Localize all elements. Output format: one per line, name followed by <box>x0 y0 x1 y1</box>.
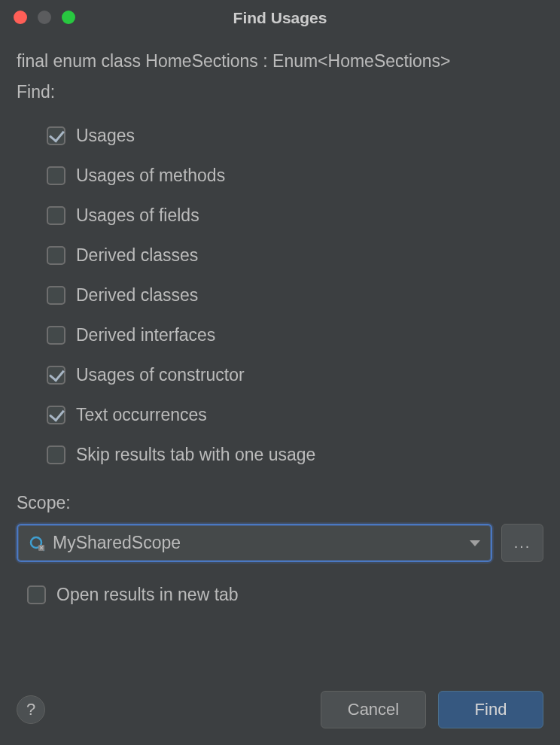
find-usages-dialog: Find Usages final enum class HomeSection… <box>0 0 560 745</box>
open-new-tab-checkbox[interactable] <box>27 585 46 604</box>
find-button[interactable]: Find <box>438 691 543 728</box>
option-row[interactable]: Derived interfaces <box>47 315 543 355</box>
option-checkbox[interactable] <box>47 366 65 385</box>
options-list: UsagesUsages of methodsUsages of fieldsD… <box>47 116 543 475</box>
scope-dropdown[interactable]: MySharedScope <box>17 524 492 562</box>
option-checkbox[interactable] <box>47 445 65 464</box>
window-controls <box>14 11 75 24</box>
scope-label: Scope: <box>17 493 543 513</box>
close-window-button[interactable] <box>14 11 27 24</box>
option-checkbox[interactable] <box>47 206 65 225</box>
option-label: Derived interfaces <box>76 325 215 345</box>
scope-selected-value: MySharedScope <box>53 533 462 553</box>
dialog-footer: ? Cancel Find <box>0 677 560 745</box>
option-row[interactable]: Usages <box>47 116 543 156</box>
option-checkbox[interactable] <box>47 246 65 265</box>
option-label: Usages of fields <box>76 205 199 226</box>
option-label: Usages <box>76 126 135 146</box>
option-row[interactable]: Derived classes <box>47 275 543 315</box>
option-label: Usages of constructor <box>76 365 245 385</box>
open-new-tab-label: Open results in new tab <box>56 585 239 605</box>
dialog-title: Find Usages <box>233 9 327 27</box>
option-checkbox[interactable] <box>47 406 65 424</box>
chevron-down-icon <box>470 540 480 546</box>
option-checkbox[interactable] <box>47 166 65 185</box>
open-new-tab-row[interactable]: Open results in new tab <box>27 585 543 605</box>
scope-row: MySharedScope ... <box>17 524 543 562</box>
option-row[interactable]: Derived classes <box>47 236 543 275</box>
option-label: Text occurrences <box>76 405 207 425</box>
scope-section: Scope: MySharedScope ... <box>17 493 543 562</box>
minimize-window-button[interactable] <box>38 11 51 24</box>
option-row[interactable]: Usages of methods <box>47 156 543 196</box>
option-checkbox[interactable] <box>47 326 65 345</box>
option-checkbox[interactable] <box>47 286 65 305</box>
titlebar: Find Usages <box>0 0 560 36</box>
option-label: Derived classes <box>76 285 198 306</box>
find-section-label: Find: <box>17 82 543 102</box>
option-label: Usages of methods <box>76 166 225 186</box>
option-label: Derived classes <box>76 245 198 266</box>
option-row[interactable]: Usages of constructor <box>47 355 543 395</box>
option-label: Skip results tab with one usage <box>76 445 315 465</box>
scope-icon <box>29 535 45 552</box>
option-row[interactable]: Text occurrences <box>47 395 543 435</box>
scope-more-button[interactable]: ... <box>501 524 543 562</box>
option-row[interactable]: Usages of fields <box>47 196 543 236</box>
cancel-button[interactable]: Cancel <box>321 691 426 728</box>
target-signature: final enum class HomeSections : Enum<Hom… <box>17 50 543 73</box>
option-row[interactable]: Skip results tab with one usage <box>47 435 543 475</box>
help-button[interactable]: ? <box>17 695 45 724</box>
dialog-content: final enum class HomeSections : Enum<Hom… <box>0 36 560 677</box>
maximize-window-button[interactable] <box>62 11 75 24</box>
option-checkbox[interactable] <box>47 126 65 145</box>
